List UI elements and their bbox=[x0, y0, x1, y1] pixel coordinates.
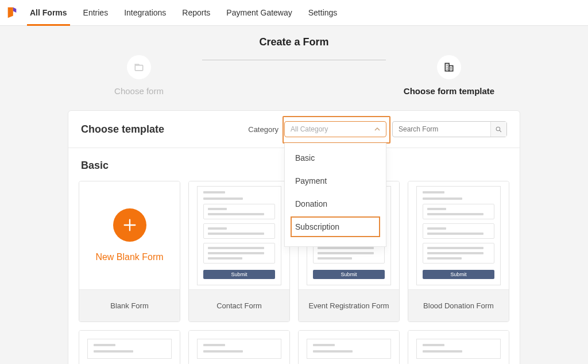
category-option-subscription[interactable]: Subscription bbox=[289, 215, 381, 238]
form-preview: Submit bbox=[197, 186, 281, 285]
template-card-blood-donation[interactable]: Submit Blood Donation Form bbox=[408, 181, 509, 322]
filter-area: Category All Category Basic Payment Dona… bbox=[248, 121, 507, 137]
nav-entries[interactable]: Entries bbox=[83, 0, 109, 25]
form-preview: Submit bbox=[416, 186, 501, 285]
category-dropdown: Basic Payment Donation Subscription bbox=[284, 143, 386, 247]
card-footer: Blood Donation Form bbox=[408, 289, 509, 322]
folder-icon bbox=[127, 55, 151, 79]
step-connector bbox=[202, 60, 386, 60]
category-option-donation[interactable]: Donation bbox=[285, 192, 386, 215]
nav-settings[interactable]: Settings bbox=[308, 0, 338, 25]
nav-reports[interactable]: Reports bbox=[182, 0, 210, 25]
search-input[interactable] bbox=[393, 125, 490, 133]
nav-integrations[interactable]: Integrations bbox=[124, 0, 166, 25]
panel-title: Choose template bbox=[81, 123, 164, 135]
form-preview bbox=[307, 339, 391, 359]
nav-all-forms[interactable]: All Forms bbox=[30, 0, 67, 25]
building-icon bbox=[437, 55, 461, 79]
submit-button-preview: Submit bbox=[423, 270, 494, 279]
category-option-payment[interactable]: Payment bbox=[285, 169, 386, 192]
template-card-blank[interactable]: New Blank Form Blank Form bbox=[79, 181, 180, 322]
nav-tabs: All Forms Entries Integrations Reports P… bbox=[30, 0, 337, 25]
template-card[interactable] bbox=[298, 330, 400, 364]
panel-header: Choose template Category All Category Ba… bbox=[68, 111, 520, 148]
submit-button-preview: Submit bbox=[203, 270, 275, 279]
search-icon bbox=[495, 126, 502, 133]
template-panel: Choose template Category All Category Ba… bbox=[68, 110, 520, 364]
blank-form-label: New Blank Form bbox=[95, 252, 163, 262]
form-preview bbox=[197, 339, 281, 359]
template-card[interactable] bbox=[188, 330, 290, 364]
category-option-basic[interactable]: Basic bbox=[285, 146, 386, 169]
card-footer: Contact Form bbox=[189, 289, 289, 322]
card-footer: Event Registration Form bbox=[299, 289, 399, 322]
template-card[interactable] bbox=[408, 330, 509, 364]
nav-payment-gateway[interactable]: Payment Gateway bbox=[226, 0, 292, 25]
step-label: Choose form bbox=[114, 86, 164, 96]
stepper: Choose form Choose form template bbox=[0, 55, 588, 99]
form-preview bbox=[87, 339, 172, 359]
chevron-up-icon bbox=[374, 126, 380, 132]
category-placeholder: All Category bbox=[291, 125, 328, 133]
top-nav: All Forms Entries Integrations Reports P… bbox=[0, 0, 588, 26]
form-preview bbox=[416, 339, 501, 359]
template-card[interactable] bbox=[79, 330, 180, 364]
step-choose-template[interactable]: Choose form template bbox=[386, 55, 512, 96]
step-choose-form[interactable]: Choose form bbox=[76, 55, 202, 96]
svg-rect-0 bbox=[135, 65, 142, 71]
step-label: Choose form template bbox=[404, 86, 494, 96]
template-card-contact[interactable]: Submit Contact Form bbox=[188, 181, 290, 322]
app-logo-icon bbox=[6, 6, 18, 19]
svg-point-3 bbox=[496, 127, 500, 131]
plus-icon bbox=[113, 208, 146, 242]
card-footer: Blank Form bbox=[79, 289, 180, 322]
category-label: Category bbox=[248, 125, 278, 134]
svg-rect-2 bbox=[449, 66, 453, 71]
page-title: Create a Form bbox=[0, 26, 588, 55]
category-select[interactable]: All Category bbox=[284, 121, 386, 137]
submit-button-preview: Submit bbox=[313, 270, 385, 279]
search-field bbox=[392, 121, 507, 137]
search-button[interactable] bbox=[490, 122, 506, 137]
